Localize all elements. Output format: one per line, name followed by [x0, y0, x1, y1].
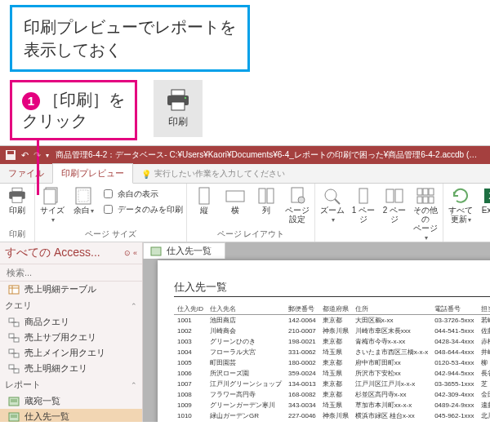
table-cell: 長谷川: [478, 368, 490, 379]
svg-rect-24: [417, 189, 422, 195]
landscape-icon: [225, 187, 245, 205]
nav-item[interactable]: 蔵宛一覧: [0, 393, 142, 409]
printer-icon: [7, 187, 27, 205]
document-area: 仕入先一覧 仕入先一覧 仕入先ID仕入先名郵便番号都道府県住所電話番号担当者 1…: [143, 242, 490, 422]
report-icon: [8, 412, 20, 422]
table-cell: 134-0013: [285, 379, 319, 389]
table-cell: 埼玉県: [319, 400, 352, 410]
nav-search-input[interactable]: [5, 267, 137, 278]
svg-rect-42: [9, 334, 14, 338]
table-cell: 042-309-4xxx: [431, 389, 477, 400]
svg-point-19: [325, 189, 336, 201]
table-header: 担当者: [478, 304, 490, 315]
query-icon: [8, 333, 20, 343]
table-cell: 池田商店: [207, 315, 285, 326]
nav-item[interactable]: 売上明細クエリ: [0, 361, 142, 376]
collapse-icon: ⌃: [131, 381, 137, 389]
report-icon: [150, 246, 162, 256]
columns-button[interactable]: 列: [252, 185, 280, 215]
tab-print-preview[interactable]: 印刷プレビュー: [52, 163, 133, 184]
table-cell: 042-944-5xxx: [431, 368, 477, 379]
data-only-checkbox[interactable]: データのみを印刷: [100, 202, 183, 216]
refresh-icon: [451, 187, 470, 205]
nav-item[interactable]: 売上明細テーブル: [0, 282, 142, 297]
table-cell: 210-0007: [285, 326, 319, 336]
printer-icon: [165, 89, 191, 112]
table-header: 都道府県: [319, 304, 352, 315]
table-row: 1002川崎商会210-0007神奈川県川崎市幸区末長xxx044-541-5x…: [174, 326, 490, 336]
two-page-button[interactable]: 2 ページ: [381, 185, 408, 224]
table-cell: フラワー高円寺: [207, 389, 285, 400]
refresh-all-button[interactable]: すべて 更新: [447, 185, 474, 224]
table-row: 1006所沢ローズ園359-0024埼玉県所沢市下安松xx042-944-5xx…: [174, 368, 490, 379]
ribbon-group-data: すべて 更新 XExcel テキスト ファイル ⎘PDF ま ✉電子メ ⋯その他…: [443, 184, 490, 242]
svg-rect-16: [267, 189, 274, 203]
tell-me[interactable]: 💡 実行したい作業を入力してください: [141, 168, 285, 183]
table-cell: 142-0064: [285, 315, 319, 326]
ribbon: 印刷 印刷 サイズ 余白 余白の表示 データのみを印刷: [0, 184, 490, 242]
nav-item-label: 仕入先一覧: [24, 410, 69, 422]
page-setup-label: ページ 設定: [285, 206, 310, 224]
svg-line-20: [335, 199, 340, 204]
nav-header[interactable]: すべての Access... ⊙ «: [0, 242, 142, 264]
one-page-button[interactable]: 1 ページ: [350, 185, 377, 224]
table-row: 1009グリーンガーデン寒川343-0034埼玉県草加市本川町xx-x-x048…: [174, 400, 490, 410]
svg-rect-25: [423, 189, 428, 195]
table-cell: 府中市町田町xx: [352, 357, 431, 368]
document-tab[interactable]: 仕入先一覧: [143, 242, 225, 259]
nav-item[interactable]: 売上メイン用クエリ: [0, 345, 142, 361]
table-cell: 所沢ローズ園: [207, 368, 285, 379]
portrait-label: 縦: [200, 206, 208, 215]
qat-dropdown-icon[interactable]: ▾: [46, 152, 49, 159]
nav-category-label: クエリ: [5, 299, 32, 312]
page-setup-button[interactable]: ページ 設定: [283, 185, 311, 224]
table-cell: 1005: [174, 357, 207, 368]
portrait-button[interactable]: 縦: [190, 185, 218, 215]
group-label-print: 印刷: [3, 228, 31, 242]
nav-category[interactable]: レポート⌃: [0, 376, 142, 393]
svg-rect-10: [44, 189, 56, 204]
table-cell: グリーンガーデン寒川: [207, 400, 285, 410]
nav-item[interactable]: 商品クエリ: [0, 314, 142, 330]
print-tile-sample: 印刷: [154, 80, 203, 137]
window-title: 商品管理6-4-2：データベース- C:¥Users¥Kaori¥Documen…: [56, 149, 485, 161]
print-button[interactable]: 印刷: [3, 185, 31, 215]
table-cell: 草加市本川町xx-x-x: [352, 400, 431, 410]
svg-rect-27: [417, 197, 422, 203]
table-row: 1003グリーンひのき198-0021東京都青梅市今寺x-x-xx0428-34…: [174, 336, 490, 347]
landscape-button[interactable]: 横: [221, 185, 249, 215]
nav-category[interactable]: クエリ⌃: [0, 297, 142, 314]
ribbon-group-zoom: ズーム 1 ページ 2 ページ その他の ページ ズーム: [315, 184, 443, 242]
nav-item[interactable]: 売上サブ用クエリ: [0, 330, 142, 345]
show-margin-checkbox[interactable]: 余白の表示: [100, 187, 183, 201]
table-cell: 江戸川区江戸川x-x-x: [352, 379, 431, 389]
nav-item[interactable]: 仕入先一覧: [0, 409, 142, 422]
undo-icon[interactable]: ↶: [21, 150, 29, 161]
zoom-button[interactable]: ズーム: [318, 185, 346, 224]
table-cell: グリーンひのき: [207, 336, 285, 347]
nav-item-label: 売上メイン用クエリ: [24, 347, 105, 359]
table-cell: 1007: [174, 379, 207, 389]
titlebar: ↶ ↷ ▾ 商品管理6-4-2：データベース- C:¥Users¥Kaori¥D…: [0, 146, 490, 164]
table-cell: 1004: [174, 347, 207, 357]
table-cell: 03-3726-5xxx: [431, 315, 477, 326]
table-cell: 1003: [174, 336, 207, 347]
save-icon[interactable]: [5, 149, 16, 161]
table-cell: 東京都: [319, 389, 352, 400]
more-pages-button[interactable]: その他の ページ: [412, 185, 439, 242]
nav-dropdown-icon[interactable]: ⊙ «: [124, 249, 137, 257]
collapse-icon: ⌃: [131, 302, 137, 310]
redo-icon[interactable]: ↷: [33, 150, 41, 161]
table-cell: 東京都: [319, 315, 352, 326]
table-cell: さいたま市西区三橋x-x-x: [352, 347, 431, 357]
margin-button[interactable]: 余白: [69, 185, 97, 215]
table-cell: 198-0021: [285, 336, 319, 347]
table-cell: 044-541-5xxx: [431, 326, 477, 336]
tab-file[interactable]: ファイル: [0, 164, 52, 183]
document-tab-label: 仕入先一覧: [167, 245, 212, 257]
excel-button[interactable]: XExcel: [478, 185, 490, 215]
size-button[interactable]: サイズ: [38, 185, 66, 224]
table-cell: 1009: [174, 400, 207, 410]
table-cell: 03-3655-1xxx: [431, 379, 477, 389]
query-icon: [8, 348, 20, 358]
